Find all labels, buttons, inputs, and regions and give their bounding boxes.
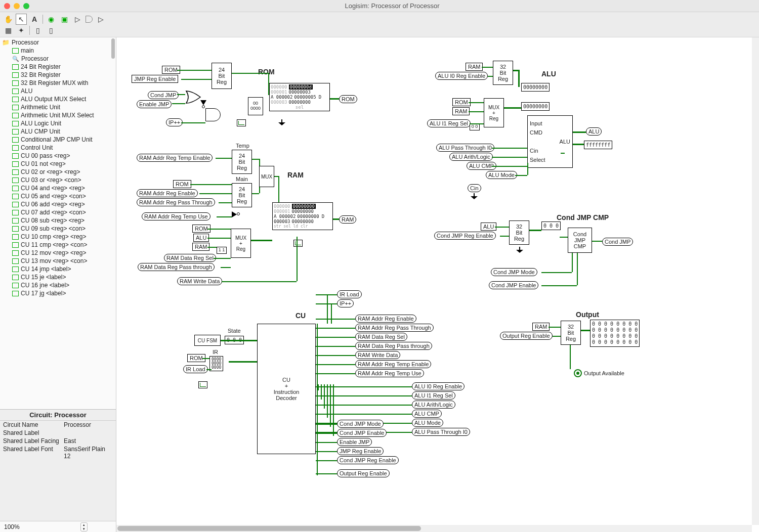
tree-item[interactable]: CU 07 add <reg> <con> <box>0 208 116 216</box>
explorer-icon-1[interactable]: ▦ <box>3 25 13 35</box>
cu-out-alu-pass-through-i0[interactable]: ALU Pass Through I0 <box>412 428 470 436</box>
cond-body[interactable]: Cond JMP CMP <box>568 228 592 253</box>
tree-item[interactable]: CU 00 pass <reg> <box>0 152 116 160</box>
ram-pin-addr-temp-en[interactable]: RAM Addr Reg Temp Enable <box>137 154 213 162</box>
tree-item[interactable]: CU 01 not <reg> <box>0 160 116 168</box>
cu-out-ram-addr-reg-enable[interactable]: RAM Addr Reg Enable <box>355 315 416 323</box>
tree-item[interactable]: ALU Output MUX Select <box>0 95 116 103</box>
rom-pin-jmp-reg-enable[interactable]: JMP Reg Enable <box>132 75 178 83</box>
ram-pin-alu[interactable]: ALU <box>193 234 209 242</box>
rom-pin-enable-jmp[interactable]: Enable JMP <box>137 100 172 108</box>
cu-out-ram-addr-reg-pass-through[interactable]: RAM Addr Reg Pass Through <box>355 324 434 332</box>
cu-out-cond-jmp-reg-enable[interactable]: Cond JMP Reg Enable <box>337 456 399 464</box>
ram-mux-reg[interactable]: MUX + Reg <box>231 229 251 258</box>
ram-24bit-reg-main[interactable]: 24 Bit Reg <box>232 183 252 207</box>
cu-out-alu-mode[interactable]: ALU Mode <box>412 419 443 427</box>
cu-out-ram-addr-reg-temp-enable[interactable]: RAM Addr Reg Temp Enable <box>355 360 431 368</box>
ram-pin-addr-temp-use[interactable]: RAM Addr Reg Temp Use <box>142 212 210 220</box>
output-32bit-reg[interactable]: 32 Bit Reg <box>561 321 581 345</box>
rom-clock[interactable] <box>237 119 246 126</box>
alu-pin-i0-en[interactable]: ALU I0 Reg Enable <box>435 72 488 80</box>
tree-item[interactable]: CU 02 or <reg> <reg> <box>0 168 116 176</box>
tree-root[interactable]: 📁 Processor <box>0 38 116 47</box>
cu-pin-ir-load[interactable]: IR Load <box>183 365 208 373</box>
property-row[interactable]: Shared Label <box>0 429 116 437</box>
ram-pin-data-sel[interactable]: RAM Data Reg Sel <box>164 254 216 262</box>
ram-clock[interactable] <box>293 240 303 247</box>
cu-out-ir-load[interactable]: IR Load <box>337 290 362 298</box>
close-icon[interactable] <box>4 3 10 9</box>
tree-item[interactable]: 32 Bit Register MUX with <box>0 79 116 87</box>
tree-item[interactable]: 🔍Processor <box>0 55 116 63</box>
cond-pin-alu[interactable]: ALU <box>481 223 496 231</box>
alu-body[interactable]: Input CMD ALU Cin Select <box>527 115 573 168</box>
ram-pin-write[interactable]: RAM Write Data <box>177 277 222 285</box>
rom-not-gate[interactable] <box>200 100 206 105</box>
out-pin-ram[interactable]: RAM <box>532 323 550 331</box>
zoom-stepper[interactable]: ▲▼ <box>80 522 88 531</box>
tree-item[interactable]: Arithmetic Unit <box>0 103 116 111</box>
ram-out[interactable]: RAM <box>339 215 356 224</box>
alu-out[interactable]: ALU <box>586 127 602 136</box>
out-pin-en[interactable]: Output Reg Enable <box>500 332 553 340</box>
cond-32bit-reg[interactable]: 32 Bit Reg <box>509 220 529 245</box>
canvas-area[interactable]: ROM ROM JMP Reg Enable Cond JMP Enable J… <box>116 37 759 532</box>
tree-item[interactable]: ALU CMP Unit <box>0 127 116 136</box>
tree-item[interactable]: 24 Bit Register <box>0 63 116 71</box>
tree-item[interactable]: CU 14 jmp <label> <box>0 265 116 273</box>
rom-or-gate[interactable] <box>185 90 202 104</box>
tree-item[interactable]: CU 11 cmp <reg> <con> <box>0 241 116 249</box>
cu-out-alu-arith-logic[interactable]: ALU Arith/Logic <box>412 401 455 409</box>
cu-out-output-reg-enable[interactable]: Output Reg Enable <box>337 469 390 477</box>
canvas-vscroll[interactable] <box>752 37 759 525</box>
explorer-icon-4[interactable]: ▯ <box>46 25 56 35</box>
canvas-hscroll[interactable] <box>116 525 752 532</box>
tree-item[interactable]: CU 03 or <reg> <con> <box>0 176 116 184</box>
alu-pin-cin2[interactable]: Cin <box>468 184 481 192</box>
alu-pin-arith[interactable]: ALU Arith/Logic <box>449 153 493 161</box>
tree-item[interactable]: CU 06 add <reg> <reg> <box>0 200 116 208</box>
property-row[interactable]: Shared Label FontSansSerif Plain 12 <box>0 445 116 460</box>
cu-out-alu-i1-reg-sel[interactable]: ALU I1 Reg Sel <box>412 391 455 400</box>
cu-decoder[interactable]: CU + Instruction Decoder <box>257 324 316 454</box>
tree-item[interactable]: CU 17 jg <label> <box>0 289 116 297</box>
ram-bits[interactable]: 1 1 <box>217 247 227 254</box>
tree-item[interactable]: Control Unit <box>0 144 116 152</box>
cu-out-ip-[interactable]: IP++ <box>337 299 354 307</box>
ram-buf-tri[interactable] <box>232 211 237 217</box>
cond-pin-enable[interactable]: Cond JMP Enable <box>489 281 538 289</box>
sim-tick-icon[interactable]: ▷ <box>72 14 82 24</box>
rom-pin-ipp[interactable]: IP++ <box>166 118 183 126</box>
tree-item[interactable]: CU 13 mov <reg> <con> <box>0 257 116 265</box>
tree-item[interactable]: ALU <box>0 87 116 95</box>
rom-memory[interactable]: 0000000000000d 00000100000003 A 00000200… <box>269 83 330 111</box>
ram-pin-addr-pass[interactable]: RAM Addr Reg Pass Through <box>137 198 215 206</box>
ram-pin-data-pass[interactable]: RAM Data Reg Pass through <box>138 263 215 271</box>
cond-pin-mode[interactable]: Cond JMP Mode <box>491 268 537 276</box>
circuit-canvas[interactable]: ROM ROM JMP Reg Enable Cond JMP Enable J… <box>116 37 759 532</box>
tree-item[interactable]: 32 Bit Register <box>0 71 116 79</box>
ram-pin-addr-en[interactable]: RAM Addr Reg Enable <box>137 189 198 197</box>
component-d-icon[interactable] <box>86 16 93 23</box>
rom-pin-cond-jmp[interactable]: Cond JMP <box>148 91 179 99</box>
tree-item[interactable]: main <box>0 47 116 55</box>
tree-scrollbar[interactable] <box>111 38 115 59</box>
tree-item[interactable]: CU 05 and <reg> <con> <box>0 192 116 200</box>
cu-fsm[interactable]: CU FSM <box>194 335 221 346</box>
cu-clock[interactable] <box>198 381 207 388</box>
project-tree[interactable]: 📁 Processor main🔍Processor24 Bit Registe… <box>0 37 116 409</box>
alu-mux-reg[interactable]: MUX + Reg <box>484 98 504 127</box>
rom-and-gate[interactable] <box>205 108 221 121</box>
ram-pin-rom[interactable]: ROM <box>173 180 191 188</box>
ram-24bit-reg-temp[interactable]: 24 Bit Reg <box>232 150 252 174</box>
sim-step-icon[interactable]: ▣ <box>59 14 69 24</box>
hand-tool-icon[interactable]: ✋ <box>3 14 13 24</box>
alu-pin-i1-sel[interactable]: ALU I1 Reg Sel <box>427 119 471 127</box>
rom-24bit-reg[interactable]: 24 Bit Reg <box>212 63 232 89</box>
cu-out-ram-data-reg-sel[interactable]: RAM Data Reg Sel <box>355 333 407 341</box>
sim-enable-icon[interactable]: ◉ <box>46 14 56 24</box>
tree-item[interactable]: CU 15 je <label> <box>0 273 116 281</box>
alu-pin-ram[interactable]: RAM <box>466 63 483 71</box>
alu-pin-mode[interactable]: ALU Mode <box>486 171 517 179</box>
component-pin-icon[interactable]: ▷ <box>96 14 106 24</box>
